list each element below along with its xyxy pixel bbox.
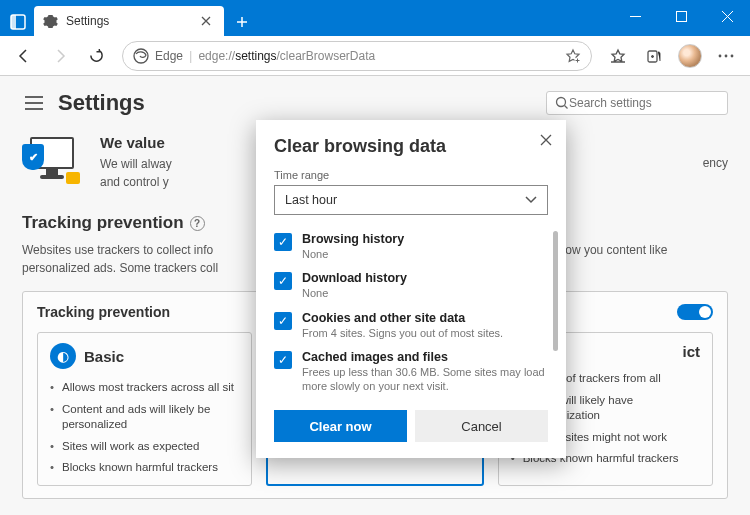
chevron-down-icon xyxy=(525,196,537,204)
time-range-label: Time range xyxy=(274,169,548,181)
clear-items-list: ✓ Browsing historyNone ✓ Download histor… xyxy=(274,227,548,398)
svg-point-9 xyxy=(557,98,566,107)
menu-icon[interactable] xyxy=(22,91,46,115)
refresh-button[interactable] xyxy=(80,40,112,72)
browser-toolbar: Edge | edge://settings/clearBrowserData xyxy=(0,36,750,76)
privacy-hero-icon: ✔ xyxy=(22,134,84,184)
panel-title: Tracking prevention xyxy=(37,304,170,320)
hero-title: We value xyxy=(100,134,172,151)
svg-point-7 xyxy=(725,54,728,57)
tab-close-button[interactable] xyxy=(198,13,214,29)
dialog-close-button[interactable] xyxy=(534,128,558,152)
forward-button[interactable] xyxy=(44,40,76,72)
svg-rect-1 xyxy=(11,15,16,29)
star-add-icon[interactable] xyxy=(565,48,581,64)
profile-button[interactable] xyxy=(674,40,706,72)
browser-tab[interactable]: Settings xyxy=(34,6,224,36)
tab-title: Settings xyxy=(66,14,190,28)
page-title: Settings xyxy=(58,90,534,116)
tracking-prevention-toggle[interactable] xyxy=(677,304,713,320)
back-button[interactable] xyxy=(8,40,40,72)
gear-icon xyxy=(42,13,58,29)
close-window-button[interactable] xyxy=(704,0,750,32)
tab-strip: Settings xyxy=(0,0,256,36)
time-range-select[interactable]: Last hour xyxy=(274,185,548,215)
more-button[interactable] xyxy=(710,40,742,72)
checkbox-checked-icon[interactable]: ✓ xyxy=(274,351,292,369)
basic-icon: ◐ xyxy=(50,343,76,369)
info-icon[interactable]: ? xyxy=(190,216,205,231)
clear-item-cookies[interactable]: ✓ Cookies and other site dataFrom 4 site… xyxy=(274,306,548,345)
address-url: edge://settings/clearBrowserData xyxy=(198,49,375,63)
app-menu-icon[interactable] xyxy=(4,8,32,36)
svg-rect-2 xyxy=(676,11,686,21)
cancel-button[interactable]: Cancel xyxy=(415,410,548,442)
minimize-button[interactable] xyxy=(612,0,658,32)
settings-search-input[interactable] xyxy=(569,96,719,110)
clear-item-download-history[interactable]: ✓ Download historyNone xyxy=(274,266,548,305)
checkbox-checked-icon[interactable]: ✓ xyxy=(274,312,292,330)
favorites-button[interactable] xyxy=(602,40,634,72)
clear-item-browsing-history[interactable]: ✓ Browsing historyNone xyxy=(274,227,548,266)
title-bar: Settings xyxy=(0,0,750,36)
svg-point-6 xyxy=(719,54,722,57)
address-bar[interactable]: Edge | edge://settings/clearBrowserData xyxy=(122,41,592,71)
collections-button[interactable] xyxy=(638,40,670,72)
svg-point-8 xyxy=(731,54,734,57)
search-icon xyxy=(555,96,569,110)
new-tab-button[interactable] xyxy=(228,8,256,36)
clear-now-button[interactable]: Clear now xyxy=(274,410,407,442)
avatar-icon xyxy=(678,44,702,68)
edge-logo-icon xyxy=(133,48,149,64)
window-controls xyxy=(612,0,750,32)
hero-text: We will alwayand control y xyxy=(100,155,172,191)
clear-browsing-data-dialog: Clear browsing data Time range Last hour… xyxy=(256,120,566,458)
scrollbar[interactable] xyxy=(553,231,558,351)
maximize-button[interactable] xyxy=(658,0,704,32)
checkbox-checked-icon[interactable]: ✓ xyxy=(274,272,292,290)
tracking-card-basic[interactable]: ◐Basic Allows most trackers across all s… xyxy=(37,332,252,486)
address-prefix: Edge xyxy=(155,49,183,63)
time-range-value: Last hour xyxy=(285,193,337,207)
checkbox-checked-icon[interactable]: ✓ xyxy=(274,233,292,251)
settings-search[interactable] xyxy=(546,91,728,115)
dialog-title: Clear browsing data xyxy=(274,136,548,157)
clear-item-cache[interactable]: ✓ Cached images and filesFrees up less t… xyxy=(274,345,548,399)
